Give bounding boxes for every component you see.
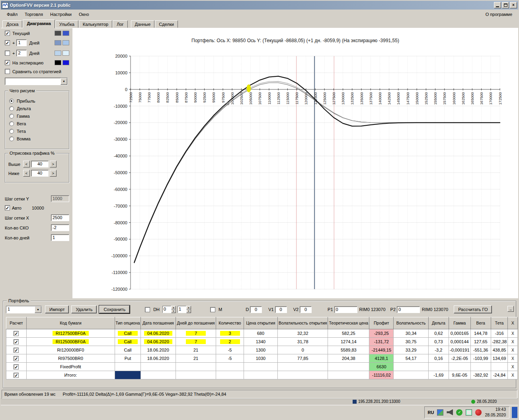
close-button[interactable]: × <box>510 2 517 8</box>
tab-Доска[interactable]: Доска <box>2 20 22 28</box>
draw-option-Вомма[interactable]: Вомма <box>9 136 65 141</box>
m-checkbox[interactable] <box>210 307 215 312</box>
row-checkbox[interactable]: ✓ <box>14 356 19 361</box>
volume-icon[interactable] <box>447 409 453 416</box>
portfolio-select[interactable]: 1 ▼ <box>6 306 42 313</box>
curve-checkbox[interactable]: ✓ <box>5 60 10 65</box>
radio-label: Вега <box>17 121 26 126</box>
dh-spinner-2[interactable]: 1 ▲▼ <box>178 306 191 313</box>
days-count-input[interactable]: 2 <box>16 50 27 56</box>
grid-step-x-input[interactable]: 2500 <box>51 214 69 221</box>
system-tray: RU ✓ 19:43 28.05.2020 <box>424 406 509 418</box>
svg-text:-120000: -120000 <box>111 287 127 292</box>
cell-open_vol: 31,78 <box>278 338 328 346</box>
calculate-margin-button[interactable]: Рассчитать ГО <box>454 305 492 313</box>
svg-text:20000: 20000 <box>115 54 127 58</box>
dh-spinner-1[interactable]: 0 ▲▼ <box>162 306 176 313</box>
radio-label: Гамма <box>17 114 30 119</box>
p2-input[interactable]: 0 <box>397 306 420 313</box>
draw-option-Тета[interactable]: Тета <box>9 129 65 134</box>
tab-Диаграмма[interactable]: Диаграмма <box>23 19 55 28</box>
radio-icon[interactable] <box>9 114 14 119</box>
cell-gamma: 0,000144 <box>449 338 470 346</box>
auto-grid-checkbox[interactable]: ✓ <box>5 205 10 210</box>
d-input[interactable]: 0 <box>250 306 262 313</box>
radio-icon[interactable] <box>9 129 14 134</box>
dh-checkbox[interactable] <box>145 307 150 312</box>
collapse-panel-button[interactable]: _ <box>507 306 514 312</box>
below-increase-button[interactable]: > <box>50 170 57 177</box>
menu-file[interactable]: Файл <box>3 11 21 18</box>
alert-icon[interactable] <box>475 409 482 416</box>
status-ok-icon[interactable]: ✓ <box>456 409 462 416</box>
tab-Калькулятор[interactable]: Калькулятор <box>79 20 112 28</box>
above-decrease-button[interactable]: < <box>23 161 30 167</box>
save-button[interactable]: Сохранить <box>99 305 130 313</box>
display-icon[interactable] <box>466 409 472 416</box>
radio-icon[interactable] <box>9 121 14 126</box>
grid-step-y-input[interactable]: 1000 <box>51 195 69 202</box>
delete-button[interactable]: Удалить <box>71 305 97 313</box>
spin-down-icon[interactable]: ▼ <box>171 309 176 313</box>
row-close-button[interactable]: X <box>508 363 518 371</box>
sko-count-input[interactable]: -2 <box>51 224 69 231</box>
spin-up-icon[interactable]: ▲ <box>186 306 191 309</box>
chevron-down-icon[interactable]: ▼ <box>35 306 41 313</box>
row-checkbox[interactable]: ✓ <box>14 331 19 336</box>
status-bar: Время обновления 19 мс Profit=-11116,02 … <box>2 390 517 399</box>
tab-Данные[interactable]: Данные <box>131 20 155 28</box>
radio-icon[interactable] <box>9 99 14 103</box>
tab-Сделки[interactable]: Сделки <box>155 20 178 28</box>
row-checkbox[interactable]: ✓ <box>14 373 19 378</box>
spin-up-icon[interactable]: ▲ <box>171 306 176 309</box>
row-checkbox[interactable]: ✓ <box>14 339 19 344</box>
profit-chart[interactable]: 20000100000-10000-20000-30000-40000-5000… <box>72 45 515 298</box>
tray-corner-icon[interactable] <box>512 407 517 418</box>
menu-window[interactable]: Окно <box>75 11 93 18</box>
radio-icon[interactable] <box>9 136 14 141</box>
above-percent-input[interactable]: 40 <box>31 161 49 167</box>
spin-down-icon[interactable]: ▼ <box>186 309 191 313</box>
menu-about[interactable]: О программе <box>482 11 516 18</box>
draw-option-Дельта[interactable]: Дельта <box>9 106 65 111</box>
draw-option-Вега[interactable]: Вега <box>9 121 65 126</box>
curve-checkbox[interactable] <box>5 51 10 56</box>
row-close-button[interactable]: X <box>508 346 518 354</box>
d-label: D <box>246 307 249 312</box>
import-button[interactable]: Импорт <box>45 305 69 313</box>
chevron-down-icon[interactable]: ▼ <box>60 78 67 85</box>
v1-input[interactable]: 0 <box>275 306 287 313</box>
row-checkbox[interactable]: ✓ <box>14 364 19 369</box>
below-percent-input[interactable]: 40 <box>31 170 49 177</box>
language-indicator[interactable]: RU <box>428 410 434 415</box>
minimize-button[interactable] <box>494 2 501 8</box>
curve-checkbox[interactable]: ✓ <box>5 40 10 45</box>
draw-option-Прибыль[interactable]: Прибыль <box>9 99 65 103</box>
row-close-button[interactable]: X <box>508 354 518 363</box>
p1-input[interactable]: 0 <box>334 306 357 313</box>
cell-delta: -1,69 <box>428 371 449 379</box>
above-increase-button[interactable]: > <box>50 161 57 167</box>
days-count-input[interactable]: 1 <box>51 234 69 241</box>
row-checkbox[interactable]: ✓ <box>14 348 19 353</box>
strategy-select[interactable]: ▼ <box>5 78 68 85</box>
compare-strategy-checkbox[interactable] <box>5 69 10 74</box>
highlighted-value: 3 <box>220 331 240 336</box>
row-close-button[interactable]: X <box>508 329 518 338</box>
draw-option-Гамма[interactable]: Гамма <box>9 114 65 119</box>
network-icon[interactable] <box>437 409 443 416</box>
radio-icon[interactable] <box>9 106 14 111</box>
cell-type: Call <box>115 346 140 354</box>
curve-checkbox[interactable]: ✓ <box>5 31 10 36</box>
below-decrease-button[interactable]: < <box>23 170 30 177</box>
menu-settings[interactable]: Настройки <box>47 11 75 18</box>
menu-trading[interactable]: Торговля <box>21 11 47 18</box>
tab-Лог[interactable]: Лог <box>113 20 127 28</box>
column-header: Теоретическая цена <box>328 317 369 329</box>
v2-input[interactable]: 0 <box>300 306 312 313</box>
row-close-button[interactable]: X <box>508 338 518 346</box>
row-close-button[interactable]: X <box>508 371 518 379</box>
days-count-input[interactable]: 1 <box>16 39 27 46</box>
maximize-button[interactable] <box>502 2 509 8</box>
tab-Улыбка[interactable]: Улыбка <box>55 20 78 28</box>
